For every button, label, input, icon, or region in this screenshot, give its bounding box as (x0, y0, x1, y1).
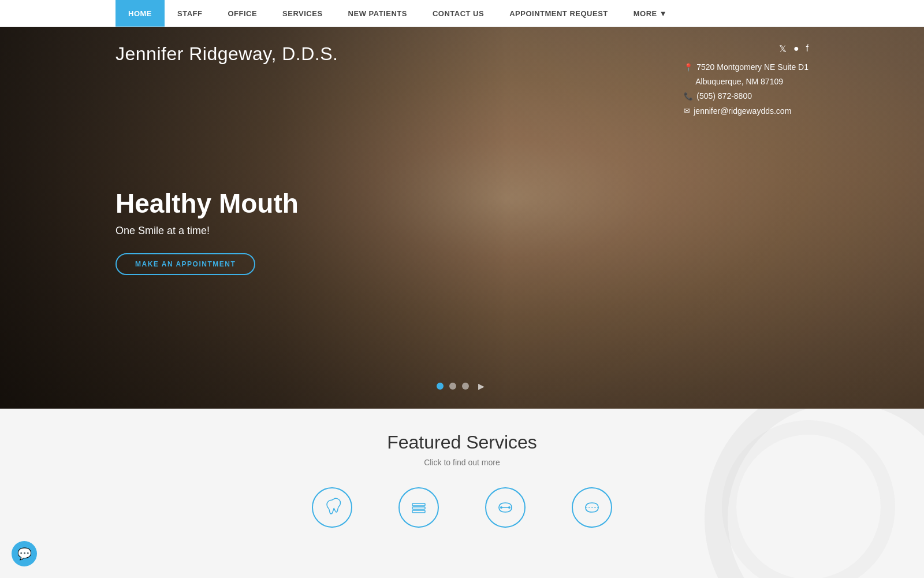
email-row: ✉ jennifer@ridgewaydds.com (684, 104, 808, 118)
hero-content: Jennifer Ridgeway, D.D.S. 𝕏 ● f 📍 7520 M… (0, 27, 924, 409)
restorative-icon-circle (485, 487, 526, 528)
rss-icon[interactable]: ● (793, 43, 799, 54)
svg-rect-2 (412, 510, 425, 513)
nav-item-contact-us[interactable]: CONTACT US (420, 0, 497, 27)
aligner-icon (582, 498, 602, 517)
main-navigation: HOME STAFF OFFICE SERVICES NEW PATIENTS … (0, 0, 924, 27)
hero-heading: Healthy Mouth (116, 188, 808, 219)
featured-services-subtitle: Click to find out more (116, 458, 808, 467)
nav-item-home[interactable]: HOME (116, 0, 165, 27)
svg-rect-0 (412, 503, 425, 506)
hero-section: Jennifer Ridgeway, D.D.S. 𝕏 ● f 📍 7520 M… (0, 27, 924, 409)
slider-dot-1[interactable] (437, 383, 444, 390)
nav-item-office[interactable]: OFFICE (215, 0, 270, 27)
featured-services-title: Featured Services (116, 432, 808, 453)
layers-icon (409, 498, 429, 517)
slider-play-button[interactable]: ▶ (475, 380, 487, 392)
chat-button[interactable]: 💬 (12, 541, 37, 566)
featured-services-section: Featured Services Click to find out more (0, 409, 924, 578)
nav-item-new-patients[interactable]: NEW PATIENTS (336, 0, 420, 27)
facebook-icon[interactable]: f (806, 43, 808, 54)
twitter-icon[interactable]: 𝕏 (779, 43, 787, 54)
nav-item-appointment-request[interactable]: APPOINTMENT REQUEST (497, 0, 621, 27)
featured-inner: Featured Services Click to find out more (116, 432, 808, 533)
services-grid (116, 487, 808, 533)
orthodontics-icon-circle (572, 487, 612, 528)
slider-dot-3[interactable] (462, 383, 469, 390)
nav-item-more[interactable]: MORE ▼ (621, 0, 680, 27)
hero-top-bar: Jennifer Ridgeway, D.D.S. 𝕏 ● f 📍 7520 M… (116, 27, 808, 118)
address-row: 📍 7520 Montgomery NE Suite D1 (684, 60, 808, 75)
hero-main-content: Healthy Mouth One Smile at a time! MAKE … (116, 188, 808, 275)
svg-point-5 (508, 506, 511, 509)
contact-info: 📍 7520 Montgomery NE Suite D1 Albuquerqu… (684, 60, 808, 118)
svg-rect-1 (412, 507, 425, 509)
address-line1: 7520 Montgomery NE Suite D1 (696, 60, 808, 75)
tooth-icon (322, 498, 342, 517)
slider-dot-2[interactable] (449, 383, 456, 390)
service-item-preventive[interactable] (312, 487, 352, 533)
service-item-orthodontics[interactable] (572, 487, 612, 533)
service-item-restorative[interactable] (485, 487, 526, 533)
location-icon: 📍 (684, 61, 693, 74)
phone-row: 📞 (505) 872-8800 (684, 89, 808, 103)
email-icon: ✉ (684, 104, 690, 117)
preventive-icon-circle (312, 487, 352, 528)
address-line2: Albuquerque, NM 87109 (695, 75, 783, 89)
retainer-icon (495, 498, 515, 517)
service-item-cosmetic[interactable] (398, 487, 439, 533)
nav-item-staff[interactable]: STAFF (165, 0, 215, 27)
hero-subheading: One Smile at a time! (116, 225, 808, 237)
social-icons: 𝕏 ● f (684, 43, 808, 54)
address-line2-row: Albuquerque, NM 87109 (684, 75, 808, 89)
hero-contact-block: 𝕏 ● f 📍 7520 Montgomery NE Suite D1 Albu… (684, 43, 808, 118)
email-address[interactable]: jennifer@ridgewaydds.com (694, 104, 791, 118)
chat-icon: 💬 (17, 547, 32, 561)
chevron-down-icon: ▼ (660, 9, 667, 18)
svg-point-4 (500, 506, 502, 509)
phone-icon: 📞 (684, 90, 693, 103)
site-title: Jennifer Ridgeway, D.D.S. (116, 43, 338, 65)
nav-item-services[interactable]: SERVICES (270, 0, 336, 27)
cosmetic-icon-circle (398, 487, 439, 528)
make-appointment-button[interactable]: MAKE AN APPOINTMENT (116, 253, 255, 275)
slider-controls: ▶ (437, 380, 487, 392)
phone-number[interactable]: (505) 872-8800 (696, 89, 752, 103)
